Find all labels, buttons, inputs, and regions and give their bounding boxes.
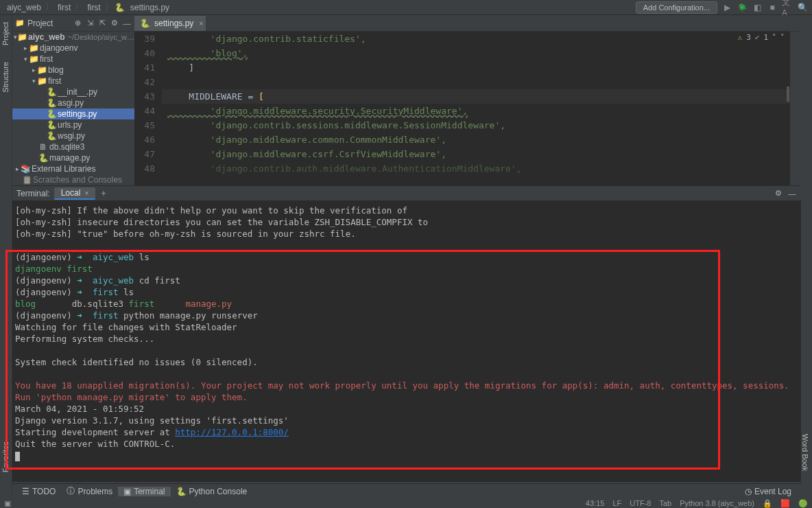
- debug-icon[interactable]: 🪲: [737, 2, 748, 13]
- project-tree[interactable]: ▾📁aiyc_web~/Desktop/aiyc_w… ▸📁djangoenv …: [12, 32, 134, 185]
- chevron-right-icon[interactable]: ▸: [22, 45, 29, 51]
- problems-tool[interactable]: ⓘProblems: [61, 485, 118, 497]
- status-icon-2[interactable]: 🟥: [780, 499, 790, 508]
- left-tool-strip: Project Structure Favorites: [0, 15, 12, 496]
- chevron-right-icon[interactable]: ▸: [14, 165, 21, 172]
- bottom-tool-bar: ☰TODO ⓘProblems ▣Terminal 🐍Python Consol…: [12, 483, 801, 498]
- tree-item[interactable]: first: [48, 76, 61, 86]
- run-icon[interactable]: ▶: [721, 2, 732, 13]
- expand-all-icon[interactable]: ⇲: [85, 19, 95, 28]
- code-editor[interactable]: 39 40 41 42 43 44 45 46 47 48 'django.co…: [134, 32, 790, 185]
- terminal-line: blog db.sqlite3 first manage.py: [14, 298, 800, 310]
- event-log-tool[interactable]: ◷Event Log: [739, 487, 797, 496]
- terminal-tool[interactable]: ▣Terminal: [118, 487, 170, 496]
- hints-icon[interactable]: ▣: [4, 499, 11, 508]
- tree-item[interactable]: djangoenv: [40, 43, 77, 53]
- terminal-tab[interactable]: Local×: [54, 187, 96, 200]
- folder-icon: 📁: [37, 65, 47, 75]
- chevron-right-icon[interactable]: ▸: [30, 67, 37, 73]
- tree-item[interactable]: urls.py: [58, 120, 82, 130]
- project-toolbar: 📁Project ⊕ ⇲ ⇱ ⚙ —: [12, 15, 134, 32]
- gear-icon[interactable]: ⚙: [110, 19, 119, 28]
- terminal-cursor: [15, 452, 20, 461]
- caret-position[interactable]: 43:15: [586, 499, 605, 508]
- todo-tool[interactable]: ☰TODO: [16, 487, 61, 496]
- code-line: 'django.contrib.auth.middleware.Authenti…: [167, 163, 522, 174]
- hide-icon[interactable]: —: [787, 189, 797, 198]
- interpreter[interactable]: Python 3.8 (aiyc_web): [680, 499, 754, 508]
- terminal-line: djangoenv first: [14, 263, 800, 275]
- terminal-line: [14, 368, 800, 380]
- python-file-icon: 🐍: [140, 19, 150, 28]
- python-console-tool[interactable]: 🐍Python Console: [171, 487, 253, 496]
- wordbook-tool-tab[interactable]: Word Book: [800, 432, 811, 472]
- close-icon[interactable]: ×: [200, 20, 204, 27]
- structure-tool-tab[interactable]: Structure: [0, 58, 11, 97]
- encoding[interactable]: UTF-8: [630, 499, 651, 508]
- terminal-line: Watching for file changes with StatReloa…: [14, 321, 800, 333]
- close-icon[interactable]: ×: [84, 189, 88, 197]
- crumb-file[interactable]: settings.py: [128, 3, 172, 12]
- crumb-first2[interactable]: first: [84, 3, 103, 12]
- terminal-line: Quit the server with CONTROL-C.: [14, 438, 800, 450]
- terminal-label: Terminal:: [16, 189, 50, 198]
- tree-item[interactable]: External Libraries: [32, 164, 95, 174]
- tree-item[interactable]: blog: [48, 65, 64, 75]
- tree-item[interactable]: first: [40, 54, 53, 64]
- collapse-all-icon[interactable]: ⇱: [97, 19, 107, 28]
- terminal[interactable]: [oh-my-zsh] If the above didn't help or …: [12, 200, 801, 482]
- chevron-down-icon[interactable]: ˅: [780, 33, 785, 42]
- coverage-icon[interactable]: ◧: [752, 2, 763, 13]
- tree-root-path: ~/Desktop/aiyc_w…: [67, 33, 134, 41]
- editor-tab-label: settings.py: [154, 19, 193, 28]
- tree-item[interactable]: __init__.py: [58, 87, 97, 97]
- tree-item[interactable]: db.sqlite3: [49, 142, 84, 152]
- status-icon-1[interactable]: 🔒: [763, 499, 772, 508]
- editor-tab[interactable]: 🐍 settings.py ×: [134, 16, 206, 31]
- server-url-link[interactable]: http://127.0.0.1:8000/: [175, 427, 289, 437]
- ok-icon: ✔: [755, 33, 760, 42]
- terminal-line: [14, 240, 800, 251]
- line-ending[interactable]: LF: [612, 499, 621, 508]
- module-icon: 📁: [17, 32, 27, 42]
- tree-item-selected[interactable]: settings.py: [58, 109, 97, 119]
- editor-status[interactable]: ⚠3 ✔1 ˄ ˅: [738, 33, 785, 42]
- terminal-line: Starting development server at http://12…: [14, 426, 800, 438]
- scroll-marker[interactable]: [787, 86, 789, 102]
- hide-icon[interactable]: —: [122, 19, 132, 28]
- crumb-first1[interactable]: first: [55, 3, 73, 12]
- warning-count: 3: [746, 33, 751, 42]
- breadcrumbs: aiyc_web 〉 first 〉 first 〉 🐍 settings.py: [4, 1, 172, 13]
- scratches-icon: 📋: [22, 175, 32, 185]
- project-tool-tab[interactable]: Project: [0, 18, 11, 49]
- terminal-line: [oh-my-zsh] If the above didn't help or …: [14, 205, 800, 216]
- indent[interactable]: Tab: [659, 499, 671, 508]
- libraries-icon: 📚: [21, 164, 30, 174]
- add-configuration-button[interactable]: Add Configuration...: [636, 1, 717, 14]
- tree-item[interactable]: asgi.py: [58, 98, 84, 108]
- tree-item[interactable]: wsgi.py: [58, 131, 85, 141]
- gear-icon[interactable]: ⚙: [774, 189, 783, 198]
- chevron-down-icon[interactable]: ▾: [22, 56, 29, 62]
- crumb-root[interactable]: aiyc_web: [4, 3, 44, 12]
- chevron-down-icon[interactable]: ▾: [30, 78, 37, 84]
- status-icon-3[interactable]: 🟢: [798, 499, 808, 508]
- tree-item[interactable]: Scratches and Consoles: [33, 175, 122, 185]
- add-terminal-button[interactable]: ＋: [99, 187, 108, 199]
- ok-count: 1: [763, 33, 768, 42]
- terminal-line: March 04, 2021 - 01:59:52: [14, 403, 800, 415]
- todo-icon: ☰: [22, 487, 29, 496]
- terminal-tab-label: Local: [61, 188, 81, 198]
- code-area[interactable]: 'django.contrib.staticfiles', 'blog', ] …: [162, 32, 790, 185]
- translate-icon[interactable]: 文A: [782, 2, 793, 13]
- stop-icon[interactable]: ■: [767, 2, 778, 13]
- tree-root[interactable]: aiyc_web: [28, 32, 64, 42]
- code-line: 'django.middleware.csrf.CsrfViewMiddlewa…: [167, 149, 446, 159]
- chevron-up-icon[interactable]: ˄: [772, 33, 776, 42]
- tree-item[interactable]: manage.py: [49, 153, 90, 163]
- favorites-tool-tab[interactable]: Favorites: [0, 437, 11, 476]
- terminal-line: Run 'python manage.py migrate' to apply …: [14, 391, 800, 403]
- select-opened-icon[interactable]: ⊕: [73, 19, 82, 28]
- search-icon[interactable]: 🔍: [797, 2, 808, 13]
- project-title: Project: [27, 19, 53, 28]
